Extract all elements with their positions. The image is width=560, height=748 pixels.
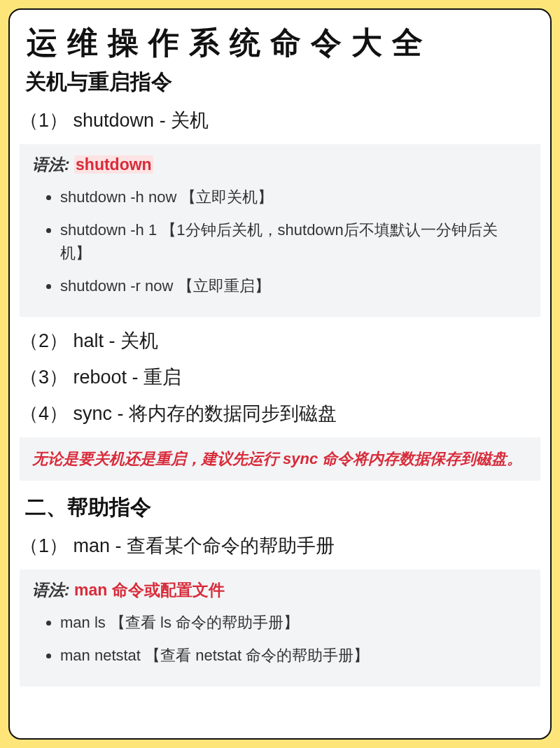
syntax-keyword: man 命令或配置文件: [74, 581, 225, 599]
syntax-line: 语法: shutdown: [32, 154, 528, 176]
note-text: 无论是要关机还是重启，建议先运行 sync 命令将内存数据保存到磁盘。: [32, 449, 528, 470]
item-text: sync - 将内存的数据同步到磁盘: [74, 403, 337, 424]
syntax-box-shutdown: 语法: shutdown shutdown -h now 【立即关机】 shut…: [20, 144, 540, 317]
item-number: （2）: [20, 328, 68, 353]
cmd-item-halt: （2） halt - 关机: [20, 328, 540, 353]
example-item: shutdown -h 1 【1分钟后关机，shutdown后不填默认一分钟后关…: [60, 218, 528, 264]
item-number: （1）: [20, 533, 68, 558]
section-heading-help: 二、帮助指令: [25, 493, 540, 522]
item-number: （4）: [20, 401, 68, 426]
syntax-label: 语法:: [32, 581, 70, 599]
item-text: halt - 关机: [74, 330, 159, 351]
cmd-item-shutdown: （1） shutdown - 关机: [20, 108, 540, 133]
example-list: man ls 【查看 ls 命令的帮助手册】 man netstat 【查看 n…: [32, 611, 528, 667]
item-text: reboot - 重启: [74, 367, 182, 388]
example-item: man netstat 【查看 netstat 命令的帮助手册】: [60, 644, 528, 667]
item-text: man - 查看某个命令的帮助手册: [74, 535, 335, 556]
item-number: （1）: [20, 108, 68, 133]
example-item: man ls 【查看 ls 命令的帮助手册】: [60, 611, 528, 634]
page-title: 运维操作系统命令大全: [27, 22, 540, 64]
item-text: shutdown - 关机: [74, 110, 209, 131]
cmd-item-sync: （4） sync - 将内存的数据同步到磁盘: [20, 401, 540, 426]
syntax-box-man: 语法: man 命令或配置文件 man ls 【查看 ls 命令的帮助手册】 m…: [20, 570, 540, 686]
syntax-keyword: shutdown: [74, 155, 153, 174]
syntax-label: 语法:: [32, 155, 70, 174]
item-number: （3）: [20, 365, 68, 390]
document-card: 运维操作系统命令大全 关机与重启指令 （1） shutdown - 关机 语法:…: [8, 8, 552, 740]
cmd-item-man: （1） man - 查看某个命令的帮助手册: [20, 533, 540, 558]
example-list: shutdown -h now 【立即关机】 shutdown -h 1 【1分…: [32, 185, 528, 297]
example-item: shutdown -r now 【立即重启】: [60, 274, 528, 297]
cmd-item-reboot: （3） reboot - 重启: [20, 365, 540, 390]
section-heading-shutdown: 关机与重启指令: [25, 68, 540, 97]
note-box: 无论是要关机还是重启，建议先运行 sync 命令将内存数据保存到磁盘。: [20, 437, 540, 481]
syntax-line: 语法: man 命令或配置文件: [32, 579, 528, 601]
example-item: shutdown -h now 【立即关机】: [60, 185, 528, 209]
